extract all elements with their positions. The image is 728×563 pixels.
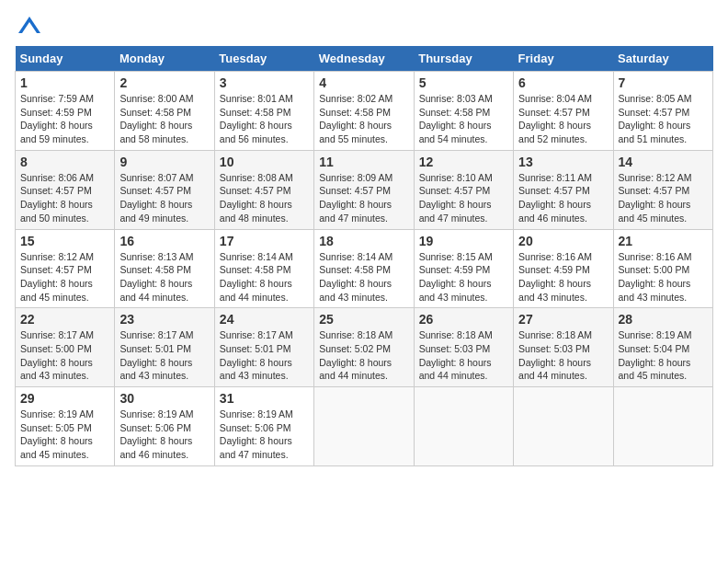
calendar-cell: 20Sunrise: 8:16 AM Sunset: 4:59 PM Dayli… (514, 229, 613, 308)
calendar-cell (613, 387, 712, 466)
calendar-cell: 11Sunrise: 8:09 AM Sunset: 4:57 PM Dayli… (314, 150, 414, 229)
day-number: 17 (220, 234, 309, 248)
day-header-wednesday: Wednesday (314, 46, 414, 72)
day-number: 11 (319, 155, 408, 169)
day-info: Sunrise: 8:18 AM Sunset: 5:03 PM Dayligh… (419, 328, 508, 383)
day-number: 10 (220, 155, 309, 169)
day-number: 12 (419, 155, 508, 169)
day-number: 30 (119, 391, 209, 406)
calendar-cell: 5Sunrise: 8:03 AM Sunset: 4:58 PM Daylig… (414, 72, 513, 151)
day-number: 29 (20, 391, 109, 406)
day-number: 24 (220, 312, 309, 327)
calendar-cell: 21Sunrise: 8:16 AM Sunset: 5:00 PM Dayli… (613, 229, 712, 308)
day-number: 3 (220, 75, 309, 90)
day-number: 28 (619, 312, 708, 327)
day-number: 13 (518, 155, 608, 169)
day-header-monday: Monday (115, 46, 214, 72)
day-info: Sunrise: 8:17 AM Sunset: 5:00 PM Dayligh… (20, 328, 109, 383)
calendar-table: SundayMondayTuesdayWednesdayThursdayFrid… (15, 46, 713, 466)
calendar-cell: 13Sunrise: 8:11 AM Sunset: 4:57 PM Dayli… (514, 150, 613, 229)
calendar-cell: 14Sunrise: 8:12 AM Sunset: 4:57 PM Dayli… (613, 150, 712, 229)
day-number: 14 (619, 155, 708, 169)
calendar-cell: 22Sunrise: 8:17 AM Sunset: 5:00 PM Dayli… (16, 308, 115, 387)
day-number: 25 (319, 312, 408, 327)
day-number: 9 (119, 155, 209, 169)
day-number: 6 (518, 75, 608, 90)
day-number: 1 (20, 75, 109, 90)
calendar-cell: 12Sunrise: 8:10 AM Sunset: 4:57 PM Dayli… (414, 150, 513, 229)
day-number: 20 (518, 234, 608, 248)
day-info: Sunrise: 8:19 AM Sunset: 5:04 PM Dayligh… (619, 328, 708, 383)
logo (15, 15, 42, 35)
day-number: 7 (619, 75, 708, 90)
day-number: 19 (419, 234, 508, 248)
day-info: Sunrise: 8:17 AM Sunset: 5:01 PM Dayligh… (220, 328, 309, 383)
day-info: Sunrise: 8:07 AM Sunset: 4:57 PM Dayligh… (119, 171, 209, 225)
day-info: Sunrise: 8:05 AM Sunset: 4:57 PM Dayligh… (619, 92, 708, 146)
day-number: 22 (20, 312, 109, 327)
day-info: Sunrise: 8:16 AM Sunset: 5:00 PM Dayligh… (619, 250, 708, 304)
day-info: Sunrise: 8:06 AM Sunset: 4:57 PM Dayligh… (20, 171, 109, 225)
calendar-cell: 2Sunrise: 8:00 AM Sunset: 4:58 PM Daylig… (115, 72, 214, 151)
calendar-cell: 15Sunrise: 8:12 AM Sunset: 4:57 PM Dayli… (16, 229, 115, 308)
calendar-cell: 28Sunrise: 8:19 AM Sunset: 5:04 PM Dayli… (613, 308, 712, 387)
day-info: Sunrise: 8:17 AM Sunset: 5:01 PM Dayligh… (119, 328, 209, 383)
calendar-cell: 9Sunrise: 8:07 AM Sunset: 4:57 PM Daylig… (115, 150, 214, 229)
day-info: Sunrise: 8:16 AM Sunset: 4:59 PM Dayligh… (518, 250, 608, 304)
calendar-cell: 1Sunrise: 7:59 AM Sunset: 4:59 PM Daylig… (16, 72, 115, 151)
day-info: Sunrise: 8:19 AM Sunset: 5:05 PM Dayligh… (20, 408, 109, 462)
day-number: 26 (419, 312, 508, 327)
day-info: Sunrise: 8:14 AM Sunset: 4:58 PM Dayligh… (220, 250, 309, 304)
calendar-cell: 10Sunrise: 8:08 AM Sunset: 4:57 PM Dayli… (214, 150, 313, 229)
day-info: Sunrise: 7:59 AM Sunset: 4:59 PM Dayligh… (20, 92, 109, 146)
day-info: Sunrise: 8:12 AM Sunset: 4:57 PM Dayligh… (20, 250, 109, 304)
day-info: Sunrise: 8:14 AM Sunset: 4:58 PM Dayligh… (319, 250, 408, 304)
week-row-4: 22Sunrise: 8:17 AM Sunset: 5:00 PM Dayli… (16, 308, 713, 387)
day-info: Sunrise: 8:11 AM Sunset: 4:57 PM Dayligh… (518, 171, 608, 225)
calendar-cell: 17Sunrise: 8:14 AM Sunset: 4:58 PM Dayli… (214, 229, 313, 308)
day-header-thursday: Thursday (414, 46, 513, 72)
day-info: Sunrise: 8:03 AM Sunset: 4:58 PM Dayligh… (419, 92, 508, 146)
day-info: Sunrise: 8:02 AM Sunset: 4:58 PM Dayligh… (319, 92, 408, 146)
day-info: Sunrise: 8:15 AM Sunset: 4:59 PM Dayligh… (419, 250, 508, 304)
day-info: Sunrise: 8:12 AM Sunset: 4:57 PM Dayligh… (619, 171, 708, 225)
calendar-cell (514, 387, 613, 466)
week-row-5: 29Sunrise: 8:19 AM Sunset: 5:05 PM Dayli… (16, 387, 713, 466)
calendar-cell: 18Sunrise: 8:14 AM Sunset: 4:58 PM Dayli… (314, 229, 414, 308)
day-number: 27 (518, 312, 608, 327)
calendar-cell: 29Sunrise: 8:19 AM Sunset: 5:05 PM Dayli… (16, 387, 115, 466)
day-info: Sunrise: 8:08 AM Sunset: 4:57 PM Dayligh… (220, 171, 309, 225)
calendar-cell: 4Sunrise: 8:02 AM Sunset: 4:58 PM Daylig… (314, 72, 414, 151)
day-number: 18 (319, 234, 408, 248)
week-row-1: 1Sunrise: 7:59 AM Sunset: 4:59 PM Daylig… (16, 72, 713, 151)
calendar-cell: 24Sunrise: 8:17 AM Sunset: 5:01 PM Dayli… (214, 308, 313, 387)
calendar-cell: 8Sunrise: 8:06 AM Sunset: 4:57 PM Daylig… (16, 150, 115, 229)
calendar-cell: 25Sunrise: 8:18 AM Sunset: 5:02 PM Dayli… (314, 308, 414, 387)
day-number: 4 (319, 75, 408, 90)
day-number: 31 (220, 391, 309, 406)
day-number: 5 (419, 75, 508, 90)
day-info: Sunrise: 8:18 AM Sunset: 5:03 PM Dayligh… (518, 328, 608, 383)
day-info: Sunrise: 8:19 AM Sunset: 5:06 PM Dayligh… (119, 408, 209, 462)
day-header-tuesday: Tuesday (214, 46, 313, 72)
day-info: Sunrise: 8:00 AM Sunset: 4:58 PM Dayligh… (119, 92, 209, 146)
calendar-cell (314, 387, 414, 466)
day-number: 23 (119, 312, 209, 327)
calendar-cell: 19Sunrise: 8:15 AM Sunset: 4:59 PM Dayli… (414, 229, 513, 308)
day-number: 2 (119, 75, 209, 90)
calendar-cell: 6Sunrise: 8:04 AM Sunset: 4:57 PM Daylig… (514, 72, 613, 151)
calendar-cell: 7Sunrise: 8:05 AM Sunset: 4:57 PM Daylig… (613, 72, 712, 151)
day-info: Sunrise: 8:01 AM Sunset: 4:58 PM Dayligh… (220, 92, 309, 146)
calendar-cell (414, 387, 513, 466)
day-number: 16 (119, 234, 209, 248)
calendar-cell: 23Sunrise: 8:17 AM Sunset: 5:01 PM Dayli… (115, 308, 214, 387)
day-info: Sunrise: 8:19 AM Sunset: 5:06 PM Dayligh… (220, 408, 309, 462)
header (15, 15, 713, 35)
day-number: 21 (619, 234, 708, 248)
day-header-saturday: Saturday (613, 46, 712, 72)
calendar-cell: 27Sunrise: 8:18 AM Sunset: 5:03 PM Dayli… (514, 308, 613, 387)
day-info: Sunrise: 8:18 AM Sunset: 5:02 PM Dayligh… (319, 328, 408, 383)
day-header-friday: Friday (514, 46, 613, 72)
calendar-cell: 16Sunrise: 8:13 AM Sunset: 4:58 PM Dayli… (115, 229, 214, 308)
week-row-3: 15Sunrise: 8:12 AM Sunset: 4:57 PM Dayli… (16, 229, 713, 308)
